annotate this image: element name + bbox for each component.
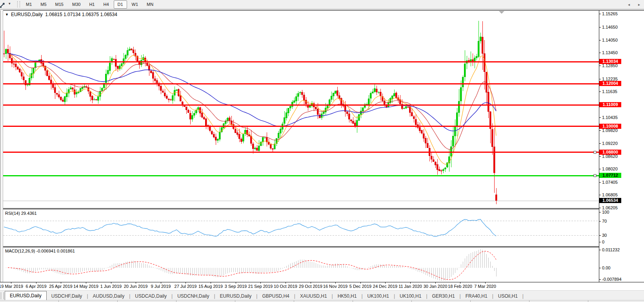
line-handle[interactable] [594,151,596,154]
timeframe-button-m5[interactable]: M5 [36,0,50,9]
candle-body [129,49,130,51]
chart-tab-audusd-daily[interactable]: AUDUSD,Daily [88,292,129,300]
date-label: 25 Apr 2019 [49,284,72,289]
price-tick-dash [599,79,601,79]
candle-body [19,69,20,72]
macd-histogram [4,249,496,280]
timeframe-button-mn[interactable]: MN [143,0,157,9]
candle-body [152,72,154,79]
date-label: 5 Dec 2019 [349,284,371,289]
candle-body [195,110,197,113]
line-handle[interactable] [594,174,596,177]
tab-scroll-right-icon[interactable]: ▸ [638,2,640,7]
candle-body [107,70,109,74]
macd-chart[interactable] [3,247,599,282]
date-label: 10 Oct 2019 [274,284,297,289]
chevron-down-icon[interactable]: ▾ [9,2,11,5]
timeframe-button-h1[interactable]: H1 [85,0,98,9]
date-tick [435,282,436,284]
candle-body [11,58,13,63]
price-tick-label: 1.15265 [602,11,618,16]
candle-body [374,88,375,92]
chart-tab-bar: EURUSD,DailyUSDCHF,Daily|AUDUSD,Daily|US… [0,290,644,300]
candle-body [437,165,438,170]
chart-tab-ger30-h1[interactable]: GER30,H1 [428,292,460,300]
candlestick-chart[interactable] [3,11,599,208]
date-label: 30 Jan 2020 [424,284,448,289]
timeframe-button-m15[interactable]: M15 [51,0,67,9]
candle-body [491,129,493,146]
candle-body [456,113,458,126]
timeframe-button-m1[interactable]: M1 [22,0,36,9]
candle-body [384,101,385,104]
chart-shift-marker-icon[interactable] [499,11,504,14]
macd-panel[interactable] [3,247,599,282]
date-tick [211,282,211,284]
candle-body [52,84,54,88]
candle-body [3,54,5,54]
date-tick [311,282,311,284]
date-label: 11 Jan 2020 [398,284,422,289]
candle-body [236,133,238,135]
price-axis[interactable]: 1.152651.146501.140501.134501.128501.122… [599,11,644,282]
date-tick [385,282,386,284]
candle-body [227,118,228,121]
candle-body [229,118,230,121]
price-tick-label: 1.07405 [602,180,618,185]
chart-tab-fra40-h1[interactable]: FRA40,H1 [461,292,492,300]
candle-body [91,96,93,100]
chart-tab-uk100-h1[interactable]: UK100,H1 [395,292,426,300]
candle-body [493,147,495,173]
date-label: 27 Jul 2019 [175,284,197,289]
timeframe-button-w1[interactable]: W1 [128,0,142,9]
candle-body [256,148,258,150]
candle-body [440,170,442,171]
candle-body [15,64,16,67]
tabbar-grip [1,292,4,299]
date-tick [86,282,86,284]
price-tick-dash [599,208,601,208]
timeframe-button-d1[interactable]: D1 [114,0,127,9]
timeframe-toolbar: M1M5M15M30H1H4D1W1MN [22,0,158,9]
drawing-tool-icon[interactable] [0,1,7,8]
chart-tab-eurusd-daily[interactable]: EURUSD,Daily [215,292,257,300]
candle-body [419,127,420,131]
chart-tab-gbpusd-h4[interactable]: GBPUSD,H4 [257,292,294,300]
chart-tab-xauusd-h1[interactable]: XAUUSD,H1 [295,292,332,300]
candle-body [289,106,291,108]
candle-body [301,92,303,95]
macd-tick-dash [599,268,601,268]
macd-tick-label: -0.007894 [602,277,622,282]
candle-body [215,137,216,141]
candle-body [358,114,360,121]
symbol-marker-icon: ▼ [5,13,9,16]
price-level-label: 1.13034 [599,59,621,64]
chart-tab-eurusd-daily[interactable]: EURUSD,Daily [5,291,47,300]
candle-body [46,71,48,76]
candle-body [329,100,330,104]
candle-body [472,60,473,61]
candle-body [299,92,301,93]
chart-tab-usdchf-daily[interactable]: USDCHF,Daily [47,292,87,300]
chart-tab-usdcad-daily[interactable]: USDCAD,Daily [130,292,171,300]
candle-body [452,136,454,146]
candle-body [435,162,436,165]
tab-scroll-left-icon[interactable]: ◂ [628,2,630,7]
chart-tab-usdcnh-daily[interactable]: USDCNH,Daily [173,292,214,300]
chart-tab-uk100-h1[interactable]: UK100,H1 [363,292,394,300]
candle-body [244,130,246,134]
date-label: 14 May 2019 [73,284,98,289]
timeframe-button-h4[interactable]: H4 [99,0,113,9]
candle-body [125,55,126,59]
timeframe-button-m30[interactable]: M30 [68,0,84,9]
date-label: 21 Sep 2019 [248,284,273,289]
candle-body [323,112,324,114]
close-value: 1.06534 [100,12,117,17]
price-chart-panel[interactable] [3,11,599,209]
candle-body [411,112,413,116]
chart-tab-hk50-h1[interactable]: HK50,H1 [333,292,362,300]
chart-tab-usoil-h1[interactable]: USOil,H1 [493,292,522,300]
rsi-panel[interactable] [3,209,599,247]
rsi-chart[interactable] [3,209,599,246]
date-axis[interactable]: 19 Mar 20196 Apr 201925 Apr 201914 May 2… [0,282,644,290]
